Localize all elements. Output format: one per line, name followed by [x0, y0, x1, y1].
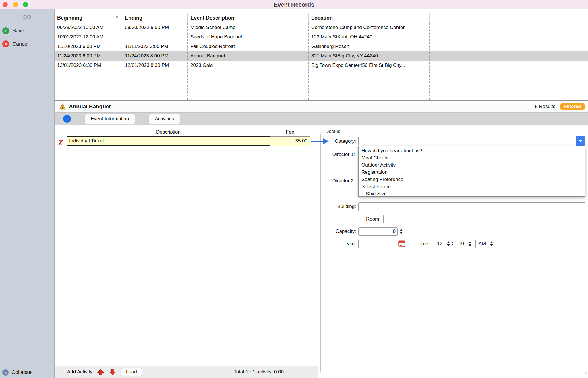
cell-ending: 09/30/2022 5:00 PM: [122, 23, 188, 32]
cell-ending: [122, 32, 188, 42]
events-table: 06/28/2022 10:00 AM 09/30/2022 5:00 PM M…: [55, 23, 588, 101]
time-hour-stepper[interactable]: [446, 240, 451, 248]
drag-handle-icon: ⋮: [139, 115, 145, 123]
time-minute-stepper[interactable]: [468, 240, 472, 248]
building-label: Building:: [324, 203, 356, 210]
save-button[interactable]: ✓ Save: [2, 27, 24, 34]
calendar-icon[interactable]: [398, 240, 406, 249]
cell-empty: [430, 23, 588, 32]
time-label: Time:: [410, 240, 430, 247]
cell-empty: [430, 51, 588, 61]
delete-activity-icon: χ: [59, 138, 63, 145]
dropdown-option[interactable]: How did you hear about us?: [359, 147, 585, 154]
add-activity-button[interactable]: Add Activity: [67, 369, 92, 375]
building-input[interactable]: [358, 203, 585, 211]
event-row[interactable]: 12/01/2023 6:30 PM 12/01/2023 8:30 PM 20…: [55, 61, 588, 70]
window-title: Event Records: [0, 0, 588, 9]
drag-handle-icon: ⋮: [75, 115, 81, 123]
column-header-location[interactable]: Location: [309, 13, 430, 23]
activities-total: Total for 1 activity: 0.00: [234, 369, 284, 375]
column-divider: [308, 23, 309, 100]
room-label: Room:: [352, 216, 380, 223]
collapse-chevrons-icon: «: [2, 369, 9, 376]
cell-ending: 11/11/2023 3:00 PM: [122, 42, 188, 51]
dropdown-option[interactable]: Outdoor Activity: [359, 161, 585, 169]
gutter-divider: [67, 146, 67, 366]
sidebar: DO ✓ Save ✕ Cancel « Collapse: [0, 9, 55, 378]
save-check-icon: ✓: [2, 27, 9, 34]
info-icon[interactable]: i: [63, 115, 71, 123]
sort-ascending-icon: ^: [116, 13, 118, 23]
collapse-label: Collapse: [11, 369, 32, 375]
cell-beginning: 11/24/2023 6:00 PM: [55, 51, 122, 61]
gutter-header: [55, 128, 67, 136]
event-row[interactable]: 10/01/2022 12:00 AM Seeds of Hope Banque…: [55, 32, 588, 42]
activities-panel: Description Fee χ Individual Ticket 35.0…: [55, 125, 318, 378]
activities-footer: Add Activity Load Total for 1 activity: …: [55, 366, 318, 378]
director1-label: Director 1:: [324, 151, 355, 158]
cell-ending: 12/01/2023 8:30 PM: [122, 61, 188, 70]
date-label: Date:: [324, 240, 356, 247]
chevron-down-icon: [579, 140, 582, 142]
combobox-dropdown-button[interactable]: [576, 136, 585, 146]
drag-handle-icon: ⋮: [184, 115, 190, 123]
time-ampm-input[interactable]: AM: [475, 240, 489, 248]
dropdown-option[interactable]: Registration: [359, 169, 585, 176]
tent-icon: [59, 103, 66, 110]
category-pointer-arrow: [311, 138, 330, 145]
cell-empty: [430, 42, 588, 51]
time-hour-input[interactable]: 12: [434, 240, 446, 248]
details-panel: Details Category: Director 1: Director 2…: [318, 125, 588, 378]
date-input[interactable]: [358, 240, 394, 248]
cell-beginning: 10/01/2022 12:00 AM: [55, 32, 122, 42]
event-row[interactable]: 11/10/2023 6:00 PM 11/11/2023 3:00 PM Fa…: [55, 42, 588, 51]
dropdown-option[interactable]: Seating Preference: [359, 176, 585, 183]
cancel-button-label: Cancel: [12, 41, 28, 47]
tab-activities[interactable]: Activities: [149, 114, 180, 124]
column-header-activity-description[interactable]: Description: [67, 128, 270, 136]
column-header-description[interactable]: Event Description: [188, 13, 309, 23]
move-up-button[interactable]: [97, 368, 105, 376]
time-ampm-stepper[interactable]: [489, 240, 494, 248]
cancel-button[interactable]: ✕ Cancel: [2, 41, 28, 47]
tab-bar: i ⋮ Event Information ⋮ Activities ⋮: [55, 113, 588, 125]
tab-event-information[interactable]: Event Information: [85, 114, 135, 124]
minimize-window-button[interactable]: [13, 2, 18, 7]
column-header-fee[interactable]: Fee: [270, 128, 310, 136]
cell-description: Annual Banquet: [188, 51, 309, 61]
cell-description: 2023 Gala: [188, 61, 309, 70]
table-right-border: [310, 128, 310, 366]
cell-beginning: 12/01/2023 6:30 PM: [55, 61, 122, 70]
events-table-header: Beginning ^ Ending Event Description Loc…: [55, 13, 588, 23]
time-minute-input[interactable]: 00: [455, 240, 467, 248]
column-header-ending[interactable]: Ending: [122, 13, 188, 23]
save-button-label: Save: [12, 28, 24, 34]
event-row-selected[interactable]: 11/24/2023 6:00 PM 11/24/2023 8:00 PM An…: [55, 51, 588, 61]
dropdown-option[interactable]: Select Entree: [359, 183, 585, 190]
column-header-beginning[interactable]: Beginning ^: [55, 13, 122, 23]
close-window-button[interactable]: [3, 2, 8, 7]
dropdown-option[interactable]: Meal Choice: [359, 154, 585, 161]
zoom-window-button[interactable]: [23, 2, 28, 7]
capacity-label: Capacity:: [324, 228, 356, 235]
capacity-input[interactable]: [358, 227, 398, 236]
filtered-badge[interactable]: Filtered: [560, 103, 585, 110]
activity-description-cell[interactable]: Individual Ticket: [67, 136, 270, 146]
activity-fee-cell[interactable]: 35.00: [270, 136, 310, 146]
activity-row[interactable]: χ Individual Ticket 35.00: [55, 136, 310, 146]
column-divider: [429, 23, 430, 100]
category-dropdown-list: How did you hear about us? Meal Choice O…: [358, 146, 585, 197]
sidebar-section-header: DO: [0, 14, 55, 20]
dropdown-option[interactable]: T-Shirt Size: [359, 190, 585, 197]
category-combobox[interactable]: [358, 136, 585, 146]
cell-location: 123 Main StKent, OH 44240: [309, 32, 430, 42]
capacity-stepper[interactable]: [399, 227, 403, 236]
collapse-sidebar-button[interactable]: « Collapse: [0, 367, 55, 378]
selected-event-title: Annual Banquet: [69, 103, 111, 110]
event-row[interactable]: 06/28/2022 10:00 AM 09/30/2022 5:00 PM M…: [55, 23, 588, 32]
cell-beginning: 06/28/2022 10:00 AM: [55, 23, 122, 32]
row-gutter[interactable]: χ: [55, 136, 67, 146]
move-down-button[interactable]: [109, 368, 117, 376]
load-button[interactable]: Load: [121, 368, 142, 376]
room-input[interactable]: [383, 215, 587, 223]
